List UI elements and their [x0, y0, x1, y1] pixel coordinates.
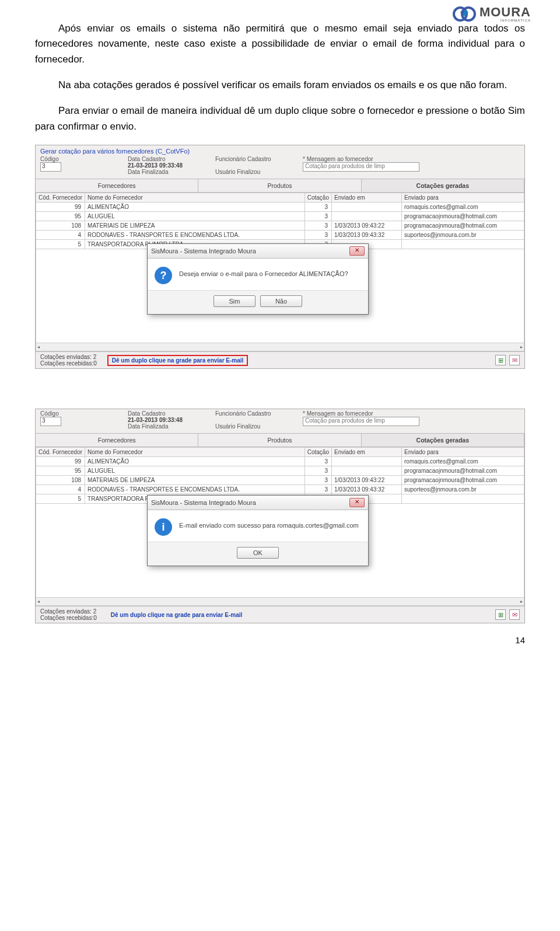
cot-recebidas-label: Cotações recebidas:	[40, 360, 93, 367]
datacad-label-2: Data Cadastro	[128, 410, 204, 417]
codigo-label-2: Código	[40, 410, 116, 417]
dialog-message-2: E-mail enviado com sucesso para romaquis…	[179, 518, 359, 529]
question-icon: ?	[155, 267, 172, 284]
func-label: Funcionário Cadastro	[215, 156, 291, 162]
close-icon[interactable]: ✕	[349, 246, 365, 256]
dialog-message: Deseja enviar o e-mail para o Fornecedor…	[179, 267, 348, 277]
tab-cotacoes[interactable]: Cotações geradas	[362, 179, 524, 192]
dialog-success-email: SisMoura - Sistema Integrado Moura ✕ i E…	[147, 495, 369, 566]
tab-cotacoes-2[interactable]: Cotações geradas	[362, 434, 524, 447]
col-cot: Cotação	[304, 193, 331, 203]
datacad-label: Data Cadastro	[128, 156, 204, 162]
groupbox-title: Gerar cotação para vários fornecedores (…	[36, 145, 524, 155]
table-row[interactable]: 4RODONAVES - TRANSPORTES E ENCOMENDAS LT…	[36, 231, 524, 240]
codigo-input-2[interactable]: 3	[40, 417, 61, 426]
table-row[interactable]: 108MATERIAIS DE LIMPEZA31/03/2013 09:43:…	[36, 221, 524, 231]
col-nome: Nome do Fornecedor	[85, 193, 305, 203]
codigo-label: Código	[40, 156, 116, 162]
cot-recebidas-value: 0	[93, 360, 97, 367]
table-row[interactable]: 95ALUGUEL3programacaojnmoura@hotmail.com	[36, 466, 524, 476]
col-enviado-para: Enviado para	[402, 193, 524, 203]
paragraph-3: Para enviar o email de maneira individua…	[35, 103, 525, 134]
grid-empty-area-2: SisMoura - Sistema Integrado Moura ✕ i E…	[36, 504, 524, 597]
table-row[interactable]: 99ALIMENTAÇÃO3romaquis.cortes@gmail.com	[36, 203, 524, 212]
func-value	[215, 162, 291, 169]
msg-label-2: * Mensagem ao fornecedor	[303, 410, 520, 417]
excel-icon[interactable]: ⊞	[495, 355, 506, 365]
horizontal-scrollbar-2[interactable]: ◂▸	[36, 597, 524, 606]
tab-fornecedores-2[interactable]: Fornecedores	[36, 434, 198, 447]
screenshot-1: Gerar cotação para vários fornecedores (…	[35, 145, 525, 369]
msg-input[interactable]: Cotação para produtos de limp	[303, 162, 419, 172]
datafin-label: Data Finalizada	[128, 169, 204, 175]
datacad-value-2: 21-03-2013 09:33:48	[128, 417, 204, 423]
tab-fornecedores[interactable]: Fornecedores	[36, 179, 198, 192]
hint-duplo-clique: Dê um duplo clique na grade para enviar …	[107, 355, 249, 366]
datacad-value: 21-03-2013 09:33:48	[128, 162, 204, 169]
userfin-label-2: Usuário Finalizou	[215, 423, 291, 430]
table-row[interactable]: 4RODONAVES - TRANSPORTES E ENCOMENDAS LT…	[36, 485, 524, 494]
msg-label: * Mensagem ao fornecedor	[303, 156, 520, 162]
excel-icon-2[interactable]: ⊞	[495, 609, 506, 620]
datafin-label-2: Data Finalizada	[128, 423, 204, 430]
paragraph-1: Após enviar os emails o sistema não perm…	[35, 21, 525, 67]
col-cod: Cód. Fornecedor	[36, 193, 85, 203]
cot-enviadas-label: Cotações enviadas:	[40, 354, 92, 360]
table-row[interactable]: 95ALUGUEL3programacaojnmoura@hotmail.com	[36, 212, 524, 221]
msg-input-2[interactable]: Cotação para produtos de limp	[303, 417, 419, 426]
ok-button[interactable]: OK	[237, 547, 279, 559]
horizontal-scrollbar[interactable]: ◂▸	[36, 343, 524, 351]
logo-icon	[453, 6, 476, 20]
nao-button[interactable]: Não	[260, 295, 302, 307]
userfin-label: Usuário Finalizou	[215, 169, 291, 175]
page-number: 14	[0, 623, 560, 645]
tab-produtos-2[interactable]: Produtos	[198, 434, 361, 447]
dialog-title: SisMoura - Sistema Integrado Moura	[151, 247, 256, 254]
func-label-2: Funcionário Cadastro	[215, 410, 291, 417]
codigo-input[interactable]: 3	[40, 162, 61, 172]
dialog-title-2: SisMoura - Sistema Integrado Moura	[151, 499, 256, 506]
screenshot-2: Código 3 Data Cadastro 21-03-2013 09:33:…	[35, 409, 525, 623]
logo-text: MOURA	[480, 5, 531, 19]
email-icon[interactable]: ✉	[509, 355, 520, 365]
col-enviado-em: Enviado em	[332, 193, 402, 203]
brand-logo: MOURA INFORMÁTICA	[453, 5, 531, 22]
close-icon-2[interactable]: ✕	[349, 498, 365, 507]
cot-enviadas-value: 2	[93, 354, 97, 360]
hint-duplo-clique-2: Dê um duplo clique na grade para enviar …	[107, 611, 246, 619]
grid-empty-area: SisMoura - Sistema Integrado Moura ✕ ? D…	[36, 249, 524, 343]
grid-cotacoes[interactable]: Cód. Fornecedor Nome do Fornecedor Cotaç…	[36, 193, 524, 249]
table-row[interactable]: 99ALIMENTAÇÃO3romaquis.cortes@gmail.com	[36, 457, 524, 466]
email-icon-2[interactable]: ✉	[509, 609, 520, 620]
sim-button[interactable]: Sim	[214, 295, 256, 307]
info-icon: i	[155, 518, 172, 536]
tab-produtos[interactable]: Produtos	[198, 179, 361, 192]
paragraph-2: Na aba cotações gerados é possível verif…	[35, 78, 525, 93]
dialog-confirm-email: SisMoura - Sistema Integrado Moura ✕ ? D…	[147, 243, 369, 315]
table-row[interactable]: 108MATERIAIS DE LIMPEZA31/03/2013 09:43:…	[36, 476, 524, 485]
